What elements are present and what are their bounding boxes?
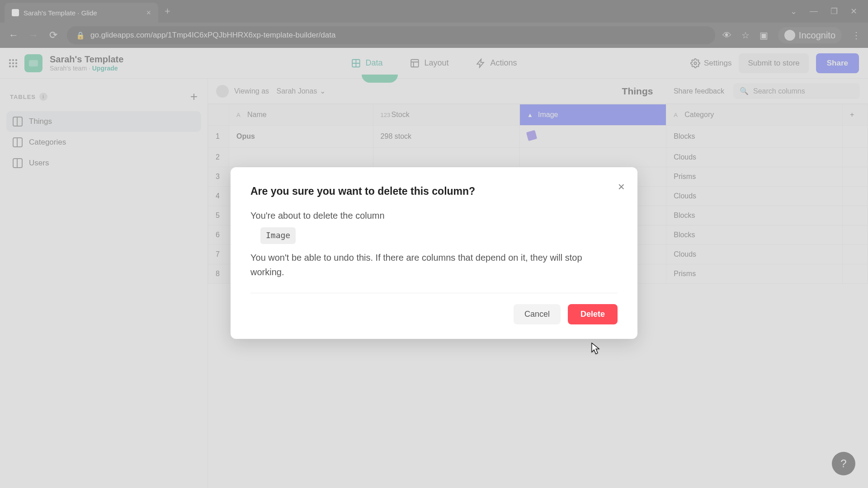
delete-button[interactable]: Delete <box>568 304 618 324</box>
delete-column-modal: × Are you sure you want to delete this c… <box>231 167 637 339</box>
modal-title: Are you sure you want to delete this col… <box>250 185 618 197</box>
modal-column-chip: Image <box>260 227 296 244</box>
modal-line2: You won't be able to undo this. If there… <box>250 250 618 279</box>
modal-body: You're about to delete the column Image … <box>250 208 618 279</box>
modal-close-button[interactable]: × <box>618 180 625 194</box>
cancel-button[interactable]: Cancel <box>514 304 561 324</box>
modal-line1: You're about to delete the column <box>250 208 618 223</box>
